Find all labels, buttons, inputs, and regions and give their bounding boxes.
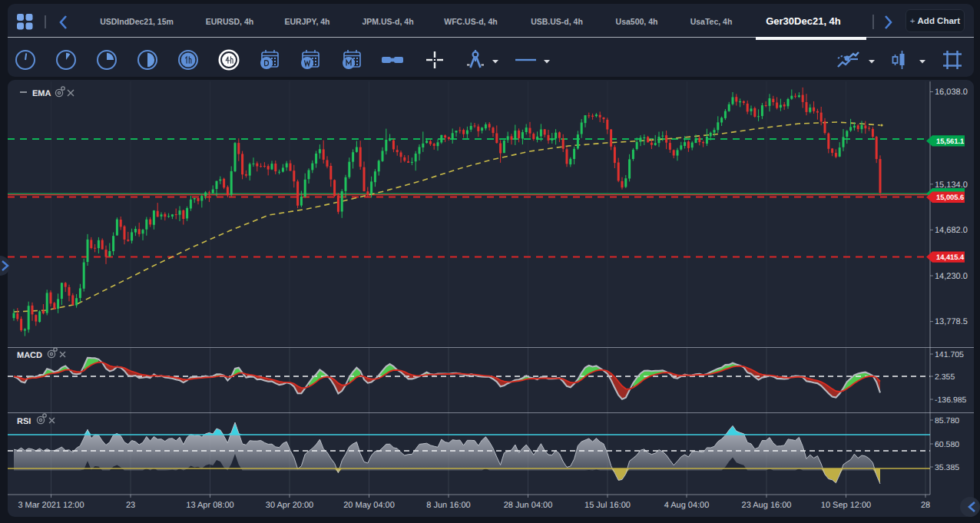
svg-text:30 Apr 20:00: 30 Apr 20:00 — [266, 501, 313, 510]
svg-text:35.385: 35.385 — [935, 463, 959, 472]
svg-text:3 Mar 2021 12:00: 3 Mar 2021 12:00 — [18, 501, 84, 510]
svg-text:20 May 04:00: 20 May 04:00 — [343, 501, 395, 510]
svg-text:23: 23 — [126, 501, 135, 510]
svg-text:4 Aug 04:00: 4 Aug 04:00 — [664, 501, 710, 510]
svg-text:RSI: RSI — [17, 417, 31, 426]
svg-text:60.580: 60.580 — [935, 440, 959, 449]
svg-text:8 Jun 16:00: 8 Jun 16:00 — [426, 501, 471, 510]
svg-text:EMA: EMA — [32, 89, 51, 98]
svg-text:10 Sep 12:00: 10 Sep 12:00 — [821, 501, 871, 510]
svg-text:15 Jul 16:00: 15 Jul 16:00 — [584, 501, 631, 510]
svg-text:14,682.0: 14,682.0 — [935, 226, 968, 235]
svg-text:2.355: 2.355 — [935, 372, 955, 382]
svg-text:-136.985: -136.985 — [935, 396, 967, 405]
svg-text:15,005.6: 15,005.6 — [936, 194, 964, 201]
svg-text:28: 28 — [921, 501, 930, 510]
svg-text:15,561.1: 15,561.1 — [936, 137, 964, 145]
svg-text:23 Aug 16:00: 23 Aug 16:00 — [742, 501, 792, 510]
svg-text:141.705: 141.705 — [935, 350, 964, 359]
svg-text:28 Jun 04:00: 28 Jun 04:00 — [504, 501, 553, 510]
svg-text:14,415.4: 14,415.4 — [936, 253, 965, 261]
svg-text:16,038.0: 16,038.0 — [935, 88, 968, 97]
svg-text:MACD: MACD — [17, 351, 42, 360]
svg-text:13,778.5: 13,778.5 — [935, 317, 968, 326]
svg-text:85.780: 85.780 — [935, 416, 959, 425]
svg-text:15,134.0: 15,134.0 — [935, 180, 968, 190]
svg-text:14,230.0: 14,230.0 — [935, 272, 968, 281]
svg-text:13 Apr 08:00: 13 Apr 08:00 — [186, 501, 233, 510]
